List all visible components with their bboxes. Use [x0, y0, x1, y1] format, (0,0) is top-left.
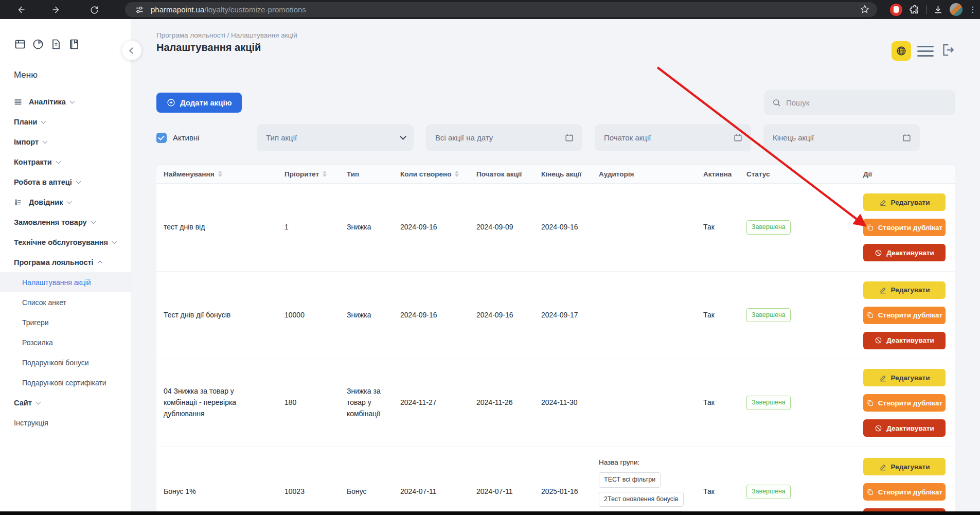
- browser-menu-icon[interactable]: ⋮: [969, 5, 976, 14]
- sidebar-subitem-triggers[interactable]: Тригери: [0, 312, 131, 332]
- cell-priority: 10023: [284, 486, 347, 498]
- sidebar-item-contracts[interactable]: Контракти: [0, 152, 131, 172]
- sidebar-item-instruction[interactable]: Інструкція: [0, 413, 131, 433]
- archive-box-icon[interactable]: [14, 38, 26, 50]
- active-filter-label: Активні: [173, 133, 200, 142]
- deactivate-button[interactable]: Деактивувати: [863, 419, 946, 437]
- toolbar: Додати акцію: [156, 90, 955, 115]
- address-bar[interactable]: pharmapoint.ua/loyalty/customize-promoti…: [125, 2, 877, 17]
- edit-button[interactable]: Редагувати: [863, 369, 946, 386]
- header-icons: [892, 41, 955, 61]
- start-date-placeholder: Початок акції: [604, 133, 651, 142]
- calendar-icon: [564, 133, 574, 143]
- edit-button[interactable]: Редагувати: [863, 458, 946, 475]
- cell-priority: 1: [284, 222, 347, 233]
- sort-icon: [218, 171, 222, 177]
- sidebar-collapse-button[interactable]: [122, 41, 141, 60]
- sidebar-item-label: Технічне обслуговування: [14, 238, 108, 246]
- screen: pharmapoint.ua/loyalty/customize-promoti…: [0, 0, 980, 515]
- start-date-field[interactable]: Початок акції: [595, 124, 751, 151]
- column-header-name[interactable]: Найменування: [164, 170, 284, 178]
- url-text: pharmapoint.ua/loyalty/customize-promoti…: [151, 5, 306, 14]
- duplicate-button[interactable]: Створити дублікат: [863, 307, 946, 324]
- cell-active: Так: [703, 222, 746, 233]
- browser-reload-icon[interactable]: [87, 3, 101, 16]
- copy-icon: [866, 399, 874, 407]
- book-icon[interactable]: [68, 38, 80, 50]
- adblock-extension-icon[interactable]: [890, 4, 902, 16]
- sidebar-item-loyalty-program[interactable]: Програма лояльності: [0, 252, 131, 272]
- duplicate-button[interactable]: Створити дублікат: [863, 219, 946, 236]
- table-row: Бонус 1% 10023 Бонус 2024-07-11 2024-07-…: [156, 447, 955, 515]
- duplicate-button[interactable]: Створити дублікат: [863, 483, 946, 501]
- duplicate-button[interactable]: Створити дублікат: [863, 394, 946, 412]
- browser-back-icon[interactable]: [14, 3, 27, 16]
- browser-profile-avatar[interactable]: [950, 3, 963, 16]
- sidebar-item-label: Замовлення товару: [14, 218, 87, 226]
- cell-start: 2024-11-26: [476, 397, 541, 409]
- plus-circle-icon: [167, 98, 175, 107]
- all-on-date-field[interactable]: Всі акції на дату: [426, 124, 582, 151]
- search-icon: [772, 98, 781, 107]
- sidebar-item-import[interactable]: Імпорт: [0, 132, 131, 152]
- site-settings-icon[interactable]: [134, 5, 145, 15]
- add-promotion-button[interactable]: Додати акцію: [156, 93, 242, 113]
- downloads-icon[interactable]: [933, 4, 943, 15]
- search-input[interactable]: [786, 98, 947, 107]
- copy-icon: [866, 224, 874, 232]
- logout-button[interactable]: [940, 42, 955, 60]
- deactivate-button[interactable]: Деактивувати: [863, 244, 946, 261]
- cell-priority: 10000: [284, 310, 347, 321]
- active-filter-checkbox[interactable]: Активні: [156, 133, 257, 143]
- sidebar-subitem-mailing[interactable]: Розсилка: [0, 332, 131, 352]
- sidebar-item-label: Програма лояльності: [14, 258, 94, 267]
- extensions-puzzle-icon[interactable]: [908, 4, 920, 15]
- globe-icon: [896, 45, 907, 57]
- sidebar-subitem-label: Список анкет: [22, 298, 66, 307]
- cell-active: Так: [703, 310, 746, 321]
- pie-chart-icon[interactable]: [32, 38, 44, 50]
- cell-created: 2024-11-27: [400, 397, 476, 409]
- deactivate-button[interactable]: Деактивувати: [863, 332, 946, 349]
- language-button[interactable]: [892, 41, 911, 61]
- sidebar-subitem-promotions-settings[interactable]: Налаштування акцій: [0, 272, 131, 292]
- menu-toggle-button[interactable]: [917, 46, 934, 57]
- sidebar-item-site[interactable]: Сайт: [0, 393, 131, 413]
- cell-active: Так: [703, 486, 746, 498]
- sidebar-item-maintenance[interactable]: Технічне обслуговування: [0, 232, 131, 252]
- promotions-table: Найменування Пріоритет Тип Коли створено…: [156, 164, 955, 515]
- end-date-field[interactable]: Кінець акції: [763, 124, 920, 151]
- sidebar-item-analytics[interactable]: Аналітика: [0, 92, 131, 112]
- sidebar-item-plans[interactable]: Плани: [0, 112, 131, 132]
- cell-created: 2024-07-11: [400, 486, 476, 498]
- cell-priority: 180: [284, 397, 347, 409]
- browser-forward-icon[interactable]: [50, 3, 63, 16]
- sidebar-item-pharmacy-work[interactable]: Робота в аптеці: [0, 172, 131, 192]
- pencil-icon: [879, 286, 887, 294]
- sidebar-item-goods-order[interactable]: Замовлення товару: [0, 212, 131, 232]
- bookmark-star-icon[interactable]: [860, 4, 870, 14]
- sort-icon: [323, 171, 327, 177]
- cell-status: Завершена: [746, 220, 857, 234]
- edit-button[interactable]: Редагувати: [863, 193, 946, 211]
- audience-group-badge: 2Тест оновлення бонусів: [599, 492, 684, 507]
- cell-end: 2025-01-16: [541, 486, 599, 498]
- sidebar-subitem-label: Подарункові бонуси: [22, 359, 89, 367]
- sidebar-item-directory[interactable]: Довідник: [0, 192, 131, 212]
- column-header-created[interactable]: Коли створено: [400, 170, 476, 178]
- cell-end: 2024-11-30: [541, 397, 599, 409]
- column-header-priority[interactable]: Пріоритет: [284, 170, 347, 178]
- table-row: Тест днів дії бонусів 10000 Знижка 2024-…: [156, 272, 955, 359]
- edit-button[interactable]: Редагувати: [863, 281, 946, 299]
- audience-group-label: Назва групи:: [599, 457, 639, 468]
- cell-created: 2024-09-16: [400, 222, 476, 233]
- sidebar-subitem-gift-bonuses[interactable]: Подарункові бонуси: [0, 352, 131, 372]
- sidebar-subitem-gift-certificates[interactable]: Подарункові сертифікати: [0, 372, 131, 393]
- promotion-type-select[interactable]: Тип акції: [257, 124, 414, 151]
- cell-actions: Редагувати Створити дублікат Деактивуват…: [863, 281, 948, 349]
- logout-icon: [940, 42, 955, 58]
- document-icon[interactable]: [50, 38, 62, 50]
- cell-type: Бонус: [347, 486, 391, 498]
- sidebar-item-label: Довідник: [29, 198, 63, 206]
- sidebar-subitem-surveys-list[interactable]: Список анкет: [0, 292, 131, 312]
